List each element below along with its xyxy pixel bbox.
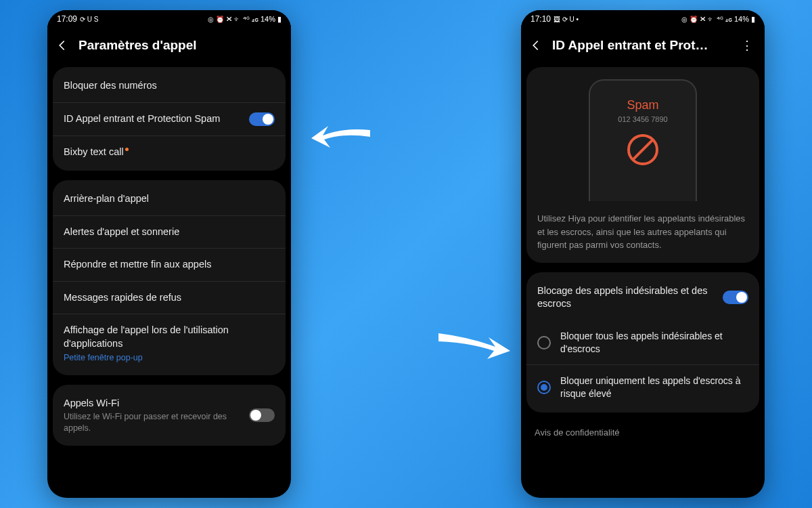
status-battery: 14% [261,15,275,23]
annotation-arrow-left [306,115,374,156]
status-right-icons: ◎ ⏰ ✕ ᯤ ⁴ᴳ ₄ɢ [208,16,258,23]
radio-button[interactable] [537,381,551,394]
radio-block-high-risk[interactable]: Bloquer uniquement les appels d'escrocs … [526,364,759,410]
battery-icon: ▮ [751,15,755,24]
spam-block-toggle[interactable] [723,291,748,304]
phone-screen-1: 17:09 ⟳ U S ◎ ⏰ ✕ ᯤ ⁴ᴳ ₄ɢ 14% ▮ Paramètr… [47,10,291,498]
section-wifi-calls: Appels Wi-Fi Utilisez le Wi-Fi pour pass… [53,385,286,446]
status-right-icons: ◎ ⏰ ✕ ᯤ ⁴ᴳ ₄ɢ [681,16,732,23]
page-title: ID Appel entrant et Prot… [552,38,731,53]
new-badge-icon [125,148,129,151]
page-title: Paramètres d'appel [78,38,281,53]
status-battery: 14% [734,15,749,23]
radio-button[interactable] [537,336,551,350]
wifi-calls-toggle[interactable] [249,408,275,422]
row-label: Appels Wi-Fi [64,397,241,410]
row-sublabel: Petite fenêtre pop-up [64,352,275,363]
row-caller-id-protection[interactable]: ID Appel entrant et Protection Spam [53,102,286,135]
spam-number: 012 3456 7890 [618,115,667,123]
row-label: Répondre et mettre fin aux appels [64,258,275,272]
row-wifi-calls[interactable]: Appels Wi-Fi Utilisez le Wi-Fi pour pass… [53,387,286,443]
row-label: Alertes d'appel et sonnerie [64,226,275,239]
spam-label: Spam [627,98,658,112]
annotation-arrow-right [433,324,514,364]
back-button[interactable] [54,37,70,54]
radio-block-all[interactable]: Bloquer tous les appels indésirables et … [526,320,759,365]
row-spam-block[interactable]: Blocage des appels indésirables et des e… [526,275,759,320]
row-label: Bixby text call [64,146,275,159]
privacy-notice-link[interactable]: Avis de confidentialité [521,422,765,438]
battery-icon: ▮ [277,15,281,24]
block-icon [627,134,658,165]
row-label: Affichage de l'appel lors de l'utilisati… [64,324,275,350]
row-label: Bloquer des numéros [64,79,275,93]
row-call-background[interactable]: Arrière-plan d'appel [53,183,286,215]
section-caller-id: Bloquer des numéros ID Appel entrant et … [53,67,286,171]
status-bar: 17:10 🖼 ⟳ U • ◎ ⏰ ✕ ᯤ ⁴ᴳ ₄ɢ 14% ▮ [521,10,765,28]
spam-description: Utilisez Hiya pour identifier les appela… [537,212,748,252]
status-left-icons: 🖼 ⟳ U • [554,16,579,23]
caller-id-toggle[interactable] [249,112,275,126]
row-quick-reject[interactable]: Messages rapides de refus [53,281,286,314]
row-answer-end[interactable]: Répondre et mettre fin aux appels [53,248,286,281]
more-button[interactable]: ⋮ [739,37,755,54]
section-spam-block: Blocage des appels indésirables et des e… [526,272,759,413]
radio-label: Bloquer uniquement les appels d'escrocs … [560,375,748,400]
row-label: Messages rapides de refus [64,291,275,305]
row-block-numbers[interactable]: Bloquer des numéros [53,70,286,102]
spam-illustration: Spam 012 3456 7890 [589,79,697,201]
back-button[interactable] [528,37,544,54]
chevron-left-icon [56,39,68,51]
radio-label: Bloquer tous les appels indésirables et … [560,330,748,356]
spam-info-card: Spam 012 3456 7890 Utilisez Hiya pour id… [526,67,759,263]
status-left-icons: ⟳ U S [80,16,98,23]
section-call-settings: Arrière-plan d'appel Alertes d'appel et … [53,180,286,375]
row-label: ID Appel entrant et Protection Spam [64,112,241,126]
header: Paramètres d'appel [47,28,291,67]
header: ID Appel entrant et Prot… ⋮ [521,28,765,67]
chevron-left-icon [530,39,542,51]
row-bixby-text-call[interactable]: Bixby text call [53,135,286,169]
phone-screen-2: 17:10 🖼 ⟳ U • ◎ ⏰ ✕ ᯤ ⁴ᴳ ₄ɢ 14% ▮ ID App… [521,10,765,498]
row-label: Blocage des appels indésirables et des e… [537,284,715,311]
row-call-alerts[interactable]: Alertes d'appel et sonnerie [53,215,286,249]
row-label: Arrière-plan d'appel [64,192,275,206]
row-sublabel: Utilisez le Wi-Fi pour passer et recevoi… [64,411,241,433]
status-time: 17:09 [57,14,77,24]
status-bar: 17:09 ⟳ U S ◎ ⏰ ✕ ᯤ ⁴ᴳ ₄ɢ 14% ▮ [47,10,291,28]
status-time: 17:10 [531,14,551,24]
row-call-display-apps[interactable]: Affichage de l'appel lors de l'utilisati… [53,314,286,372]
more-vert-icon: ⋮ [741,38,753,53]
